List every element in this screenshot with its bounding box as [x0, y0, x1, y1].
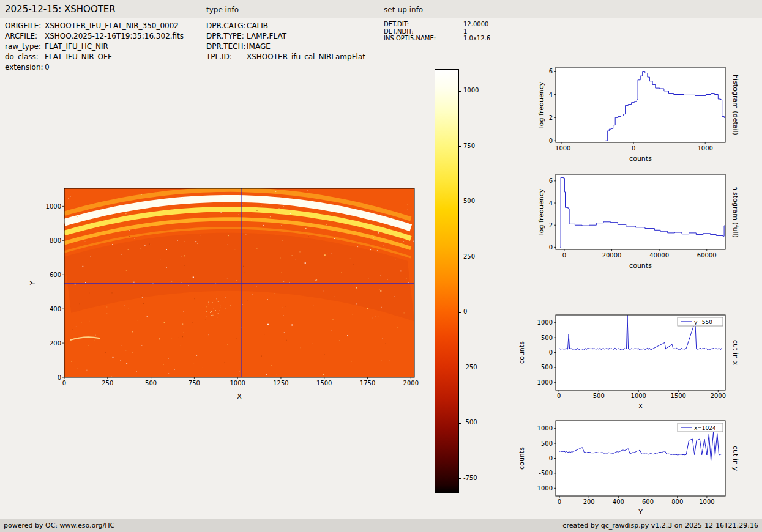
y-tick-label: -500	[539, 470, 553, 476]
info-label: do_class:	[5, 52, 45, 62]
info-row: TPL.ID:XSHOOTER_ifu_cal_NIRLampFlat	[206, 52, 365, 62]
x-tick-label: 20000	[602, 252, 622, 259]
colorbar-tick-label: 0	[463, 308, 467, 315]
colorbar	[435, 69, 459, 493]
x-tick-label: 1250	[273, 380, 288, 386]
y-axis-label: log frequency	[537, 81, 545, 128]
y-tick-label: 0	[549, 455, 553, 462]
info-row: DET.NDIT:1	[384, 28, 490, 35]
info-row: do_class:FLAT_IFU_NIR_OFF	[5, 52, 184, 62]
cut-in-x-plot: 0500100015002000-1000-50005001000Xcounts…	[514, 306, 760, 419]
detector-image-plot: 0250500750100012501500175020000200400600…	[24, 180, 428, 413]
y-tick-label: 1000	[537, 319, 553, 326]
y-tick-label: 500	[541, 334, 553, 341]
x-axis-label: counts	[629, 155, 652, 163]
info-row: DPR.TECH:IMAGE	[206, 42, 365, 52]
y-tick-label: -1000	[535, 485, 553, 492]
colorbar-tick	[459, 368, 461, 368]
colorbar-tick-label: 500	[463, 198, 475, 204]
info-row: ARCFILE:XSHOO.2025-12-16T19:35:16.302.fi…	[5, 31, 184, 42]
colorbar-tick	[459, 312, 461, 313]
right-axis-label: histogram (full)	[731, 186, 739, 238]
y-tick-label: 2	[549, 222, 553, 229]
info-value: XSHOOTER_ifu_cal_NIRLampFlat	[247, 53, 365, 61]
plot-background	[556, 421, 725, 496]
x-tick-label: 0	[62, 380, 66, 386]
histogram_full-svg: 02000040000600000246countslog frequencyh…	[514, 165, 760, 278]
page-title: 2025-12-15: XSHOOTER	[5, 4, 116, 15]
x-tick-label: 750	[189, 380, 200, 386]
info-value: 1	[463, 28, 467, 35]
cut_in_x-svg: 0500100015002000-1000-50005001000Xcounts…	[514, 306, 760, 419]
x-tick-label: 500	[145, 380, 157, 386]
y-tick-label: 200	[50, 340, 61, 347]
info-value: CALIB	[247, 21, 268, 30]
y-axis-label: counts	[518, 447, 526, 470]
x-tick-label: 1750	[360, 380, 375, 386]
x-axis-label: X	[638, 402, 643, 410]
y-tick-label: 4	[549, 200, 553, 207]
y-axis-label: Y	[29, 281, 37, 286]
colorbar-tick-label: -250	[463, 364, 477, 371]
legend-label: x=1024	[694, 425, 716, 431]
y-tick-label: 0	[549, 349, 553, 356]
histogram_detail-svg: -1000010000246countslog frequencyhistogr…	[514, 58, 760, 171]
info-label: DET.NDIT:	[384, 28, 463, 35]
info-label: TPL.ID:	[206, 52, 247, 62]
type-info-list: DPR.CATG:CALIBDPR.TYPE:LAMP,FLATDPR.TECH…	[206, 21, 365, 62]
y-tick-label: 4	[549, 91, 553, 98]
info-value: 1.0x12.6	[463, 35, 490, 42]
histogram-detail-plot: -1000010000246countslog frequencyhistogr…	[514, 58, 760, 171]
info-label: INS.OPTI5.NAME:	[384, 35, 463, 42]
x-tick-label: 1500	[671, 393, 686, 399]
type-info-heading: type info	[206, 6, 239, 14]
colorbar-tick-label: 250	[463, 253, 475, 260]
plot-area	[64, 188, 414, 379]
x-tick-label: 60000	[697, 252, 717, 259]
y-tick-label: 400	[50, 306, 61, 312]
x-tick-label: 800	[671, 498, 683, 505]
colorbar-tick	[459, 91, 461, 92]
y-axis-label: log frequency	[537, 188, 545, 235]
y-axis-label: counts	[518, 341, 526, 364]
x-tick-label: 1000	[699, 498, 714, 505]
x-tick-label: 0	[632, 145, 635, 152]
y-tick-label: 1000	[46, 203, 61, 210]
detector_image-svg: 0250500750100012501500175020000200400600…	[24, 180, 428, 413]
info-label: extension:	[5, 62, 45, 73]
x-tick-label: 1500	[316, 380, 332, 386]
plot-background	[556, 315, 725, 390]
info-label: DET.DIT:	[384, 21, 463, 28]
file-info-list: ORIGFILE:XSHOOTER_IFU_FLAT_NIR_350_0002A…	[5, 21, 184, 73]
y-tick-label: 0	[58, 374, 61, 381]
info-value: FLAT_IFU_NIR_OFF	[45, 53, 112, 61]
x-axis-label: X	[237, 393, 242, 401]
y-tick-label: 2	[549, 114, 553, 121]
info-row: extension:0	[5, 62, 184, 73]
histogram-full-plot: 02000040000600000246countslog frequencyh…	[514, 165, 760, 278]
colorbar-tick-label: 1000	[463, 87, 479, 94]
y-tick-label: -500	[539, 364, 553, 371]
legend-label: y=550	[694, 319, 712, 325]
info-row: ORIGFILE:XSHOOTER_IFU_FLAT_NIR_350_0002	[5, 21, 184, 31]
y-tick-label: 0	[549, 138, 553, 144]
x-tick-label: 1000	[697, 145, 712, 152]
header-bar: 2025-12-15: XSHOOTER type info set-up in…	[0, 0, 762, 18]
info-label: ARCFILE:	[5, 31, 45, 42]
x-tick-label: 400	[613, 498, 624, 505]
x-tick-label: 0	[557, 393, 561, 399]
x-tick-label: 250	[102, 380, 113, 386]
plot-background	[556, 174, 725, 249]
colorbar-tick-label: -750	[463, 475, 477, 481]
x-tick-label: 2000	[711, 393, 726, 399]
legend: y=550	[678, 317, 723, 326]
info-value: 12.0000	[463, 21, 488, 28]
legend: x=1024	[678, 423, 723, 432]
x-tick-label: 500	[593, 393, 605, 399]
x-tick-label: 600	[642, 498, 654, 505]
info-value: 0	[45, 63, 50, 72]
colorbar-tick-label: 750	[463, 142, 475, 149]
setup-info-list: DET.DIT:12.0000DET.NDIT:1INS.OPTI5.NAME:…	[384, 21, 490, 42]
colorbar-tick	[459, 423, 461, 424]
info-row: DPR.CATG:CALIB	[206, 21, 365, 31]
